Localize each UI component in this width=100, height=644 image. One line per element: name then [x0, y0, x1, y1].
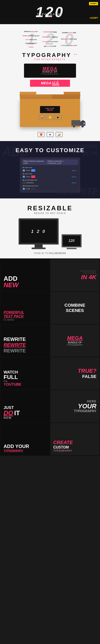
new-label: NEW	[3, 282, 19, 288]
rewrite-2-label: REWRITE	[3, 342, 26, 348]
add-your-box-text: ADD YOUR	[46, 108, 54, 109]
typography-create-label: TYPOGRAPHY	[53, 450, 72, 452]
monitor-numbers: 1 2 0	[31, 229, 46, 234]
panel-header: What Controls Customize Level Global Cus…	[22, 160, 78, 165]
now-label: NOW	[3, 416, 12, 420]
icon-star: ★	[47, 132, 53, 137]
4k-badge: 4K	[48, 16, 52, 18]
do-label: DO	[3, 410, 13, 416]
checkbox-bg[interactable]	[23, 182, 25, 184]
rewrite-3-label: REWRITE	[3, 348, 26, 354]
grid-cell-combine: COMBINE SCENES	[50, 292, 100, 324]
box-inner-card: ADD YOUR MEGA	[40, 106, 60, 113]
hero-typography-label: TYPOGRAPHY 4K	[37, 13, 63, 19]
mega-preview-bars	[52, 81, 59, 86]
your-label: YOUR	[78, 403, 97, 409]
customize-title: EASY TO CUSTOMIZE	[4, 147, 96, 154]
scenes-label: SCENES	[64, 308, 85, 313]
youtube-label: YOUTUBE	[3, 382, 21, 386]
screens-container: 1 2 0 120	[4, 218, 96, 249]
svg-marker-2	[80, 120, 85, 122]
grid-cell-mega-bundle: MEGA BUNDLE OF TYPOGRAPHY	[50, 324, 100, 357]
customize-panel: What Controls Customize Level Global Cus…	[20, 158, 80, 192]
color-swatch-dark[interactable]	[31, 188, 35, 190]
full-label: FULL	[3, 374, 18, 380]
typography-card-label: TYPOGRAPHY	[41, 73, 59, 75]
color-swatch-red[interactable]	[31, 176, 35, 178]
powerful-label: POWERFULTEXT PACK	[3, 310, 24, 318]
mega-preview-strip: MEGA	[30, 80, 70, 87]
typography-bundle-label: TYPOGRAPHY	[67, 344, 83, 346]
tv-stand	[67, 248, 77, 249]
icon-truck: 🚚	[56, 132, 63, 137]
wordcloud-section: 1 ADD MUCH WITH TEXT STYLES FREE TEXT 4K…	[0, 24, 100, 90]
grid-cell-rewrite: REWRITE REWRITE REWRITE	[0, 324, 50, 357]
wc-digit-2: 2 SCENES WITH FREE ADD MUCH DO IT SIMPLE…	[41, 29, 59, 49]
checkbox-bg-color[interactable]	[23, 188, 25, 190]
mega-preview-text: MEGA	[41, 82, 51, 85]
monitor-base	[35, 244, 43, 248]
it-label: IT	[14, 410, 20, 416]
box-content: ADD YOUR MEGA 📦 ⭐ ▶	[39, 106, 62, 120]
typography-top-label: TYPOGRAPHY	[80, 270, 97, 272]
panel-section-color-one: ▶ Color One	[22, 166, 78, 169]
grid-cell-powerful: POWERFULTEXT PACK IS HERE!	[0, 292, 50, 324]
grid-cell-here-your: HERE YOUR TYPOGRAPHY	[50, 390, 100, 422]
panel-about-3[interactable]: About...	[72, 182, 77, 184]
grid-cell-just-do-it: JUST DO IT NOW	[0, 390, 50, 422]
on-label: ON	[3, 380, 8, 382]
monitor-screen: 1 2 0	[19, 218, 59, 244]
resolution-label: FULLHD/HD/SD	[49, 252, 66, 254]
resizable-section: RESIZABLE RESIZE TO ANY SCALE 1 2 0 120 …	[0, 198, 100, 258]
tv-wrap: 120	[62, 234, 82, 249]
panel-section-color-two: ▶ Color Tow	[22, 172, 78, 175]
is-here-label: IS HERE!	[3, 318, 15, 321]
custom-label: CUSTOM	[53, 445, 69, 450]
just-label: JUST	[3, 405, 14, 410]
bundle-of-label-2: BUNDLE OF	[68, 341, 82, 344]
hero-section: 120 TYPOGRAPHY 4K SCRIPT +SCRIPT	[0, 0, 100, 24]
box-bottom-icons: 🎁 ★ 🚚	[38, 132, 63, 137]
grid-cell-watch: WATCH FULL ON YOUTUBE	[0, 358, 50, 390]
panel-about-2[interactable]: About...	[72, 176, 77, 178]
checkbox-color-two[interactable]	[23, 176, 25, 178]
panel-row-bg-color: Color	[22, 187, 78, 190]
create-label: CREATE	[53, 440, 73, 445]
false-label: FALSE	[82, 374, 97, 379]
grid-cell-true-false: TRUE? FALSE	[50, 358, 100, 390]
box-section: ADD YOUR MEGA 📦 ⭐ ▶	[0, 90, 100, 141]
mega-bundle-label: MEGA	[67, 335, 83, 341]
icon-gift: 🎁	[38, 132, 45, 137]
panel-label-color2: Color	[26, 176, 30, 178]
grid-cell-add-new: ADD NEW	[0, 259, 50, 291]
wc-digit-0: 0 UCHMO SCENES ADD MUCH DO IT SIMPLE TEX…	[60, 29, 78, 49]
preview-grid: ADD NEW TYPOGRAPHY PACKAGES IN 4K POWERF…	[0, 258, 100, 456]
plus-script-label: +SCRIPT	[89, 17, 98, 19]
tv-numbers: 120	[68, 239, 74, 243]
checkbox-color-one[interactable]	[23, 170, 25, 172]
truck-container	[71, 118, 87, 129]
color-swatch-blue[interactable]	[31, 169, 35, 172]
box-icon-play: ▶	[54, 115, 62, 120]
word-overlay-1: ADD MUCH WITH TEXT STYLES FREE TEXT 4K E…	[23, 30, 40, 49]
monitor-screen-content: 1 2 0	[31, 229, 46, 234]
mega-bundle-card: MEGA BUNDLE OF TYPOGRAPHY	[24, 64, 76, 78]
in-4k-label: IN 4K	[80, 274, 97, 280]
grid-cell-create-custom: CREATE CUSTOM TYPOGRAPHY	[50, 423, 100, 455]
rewrite-1-label: REWRITE	[3, 336, 26, 342]
resizable-subtitle: RESIZE TO ANY SCALE	[4, 212, 96, 214]
true-label: TRUE?	[78, 368, 97, 374]
panel-header-text: What Controls Customize Level	[23, 160, 48, 164]
mega-title: MEGA	[43, 66, 57, 71]
panel-section-bg: ▶ Use Background	[22, 178, 78, 181]
svg-point-6	[82, 126, 83, 127]
wc-digit-1: 1 ADD MUCH WITH TEXT STYLES FREE TEXT 4K…	[22, 29, 40, 49]
panel-section-bg-color: ▶ Background Color	[22, 184, 78, 187]
typography-here-label: TYPOGRAPHY	[74, 409, 97, 413]
svg-rect-7	[83, 122, 85, 124]
resizable-title: RESIZABLE	[4, 204, 96, 212]
word-overlay-2: SCENES WITH FREE ADD MUCH DO IT SIMPLE T…	[42, 30, 59, 49]
panel-label-checkbox: Checkbox	[26, 182, 34, 184]
combine-label: COMBINE	[64, 303, 85, 308]
panel-about-1[interactable]: About...	[72, 170, 77, 172]
